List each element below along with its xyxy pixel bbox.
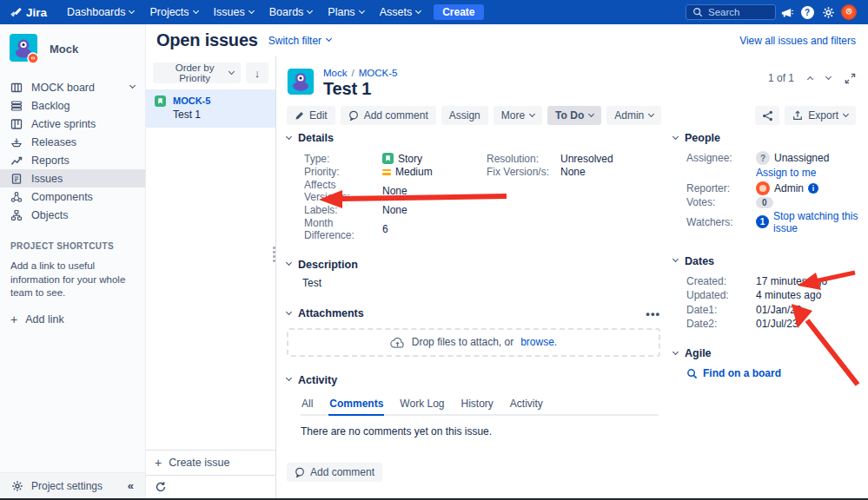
- create-issue-button[interactable]: + Create issue: [146, 450, 275, 475]
- sidebar-item-active-sprints[interactable]: Active sprints: [0, 115, 145, 133]
- status-dropdown[interactable]: To Do: [547, 106, 601, 125]
- created-value: 17 minutes ago: [756, 275, 827, 287]
- user-menu-button[interactable]: [838, 0, 859, 24]
- sidebar-item-reports[interactable]: Reports: [0, 151, 145, 169]
- field-reporter: Reporter: Admin i: [686, 181, 866, 195]
- search-icon: [692, 7, 703, 17]
- sidebar-item-components[interactable]: Components: [0, 188, 145, 206]
- collapse-section-icon[interactable]: [286, 308, 292, 314]
- project-shortcuts: PROJECT SHORTCUTS Add a link to useful i…: [0, 224, 145, 326]
- avatar-face-icon: [844, 7, 854, 17]
- search-input[interactable]: [708, 7, 769, 17]
- info-icon[interactable]: i: [808, 183, 818, 194]
- issue-main-column: Details Type: Story Priority: Medium Aff…: [287, 132, 660, 482]
- collapse-section-icon[interactable]: [286, 375, 292, 381]
- sidebar-item-releases[interactable]: Releases: [0, 133, 145, 151]
- sidebar-item-board[interactable]: MOCK board: [0, 78, 145, 96]
- nav-dashboards[interactable]: Dashboards: [59, 0, 142, 24]
- stop-watching-link[interactable]: Stop watching this issue: [773, 210, 866, 234]
- announcements-button[interactable]: [776, 0, 797, 24]
- chevron-down-icon: [359, 7, 365, 13]
- tab-work-log[interactable]: Work Log: [399, 396, 445, 414]
- order-by-dropdown[interactable]: Order by Priority: [153, 62, 241, 83]
- collapse-section-icon[interactable]: [286, 260, 292, 266]
- sidebar-item-issues[interactable]: Issues: [0, 169, 145, 188]
- help-button[interactable]: ?: [797, 0, 818, 24]
- switch-filter-button[interactable]: Switch filter: [268, 35, 331, 47]
- refresh-button[interactable]: [146, 475, 275, 498]
- help-icon: ?: [801, 6, 814, 19]
- affects-version-value: None: [382, 185, 407, 197]
- date2-value: 01/Jul/23: [756, 318, 798, 330]
- assign-to-me-link[interactable]: Assign to me: [756, 167, 816, 179]
- description-text[interactable]: Test: [302, 277, 660, 289]
- sort-direction-button[interactable]: ↓: [246, 62, 268, 83]
- add-comment-button[interactable]: Add comment: [341, 106, 436, 125]
- top-nav: Jira Dashboards Projects Issues Boards P…: [0, 0, 868, 24]
- backlog-icon: [10, 100, 23, 112]
- tab-history[interactable]: History: [461, 396, 494, 414]
- nav-assets[interactable]: Assets: [372, 0, 429, 24]
- issue-list-item[interactable]: MOCK-5 Test 1: [146, 89, 275, 128]
- tab-all[interactable]: All: [301, 396, 314, 414]
- next-issue-button[interactable]: [825, 73, 832, 79]
- chevron-down-icon: [129, 7, 135, 13]
- field-votes: Votes: 0: [686, 195, 866, 209]
- create-button[interactable]: Create: [434, 4, 483, 20]
- collapse-section-icon[interactable]: [673, 348, 679, 354]
- nav-projects[interactable]: Projects: [142, 0, 205, 24]
- chevron-down-icon[interactable]: [129, 82, 136, 89]
- more-menu-button[interactable]: More: [494, 106, 542, 125]
- breadcrumb-issue-link[interactable]: MOCK-5: [359, 68, 398, 78]
- attachments-more-icon[interactable]: •••: [646, 307, 660, 320]
- gear-icon: [11, 480, 23, 492]
- chevron-down-icon: [648, 110, 654, 116]
- collapse-section-icon[interactable]: [286, 133, 292, 139]
- tab-activity[interactable]: Activity: [509, 396, 544, 414]
- order-bar: Order by Priority ↓: [146, 56, 275, 89]
- nav-boards[interactable]: Boards: [262, 0, 321, 24]
- share-button[interactable]: [755, 106, 779, 125]
- add-comment-footer-button[interactable]: Add comment: [287, 463, 382, 482]
- previous-issue-button[interactable]: [807, 76, 813, 82]
- issues-icon: [10, 173, 23, 185]
- sidebar-item-backlog[interactable]: Backlog: [0, 96, 145, 115]
- project-header[interactable]: Mock: [0, 24, 145, 73]
- plus-icon: +: [10, 313, 17, 326]
- field-created: Created: 17 minutes ago: [686, 274, 866, 288]
- settings-button[interactable]: [818, 0, 838, 24]
- panel-resize-handle[interactable]: [273, 247, 275, 262]
- attachment-dropzone[interactable]: Drop files to attach, or browse.: [287, 328, 660, 357]
- pager-count: 1 of 1: [768, 72, 794, 84]
- expand-icon[interactable]: [845, 73, 856, 84]
- refresh-icon: [155, 481, 167, 493]
- search-icon: [686, 368, 698, 379]
- collapse-section-icon[interactable]: [673, 133, 679, 139]
- assign-button[interactable]: Assign: [441, 106, 488, 125]
- nav-plans[interactable]: Plans: [320, 0, 371, 24]
- collapse-section-icon[interactable]: [673, 256, 679, 262]
- project-settings-label: Project settings: [31, 480, 103, 492]
- project-settings-button[interactable]: Project settings «: [0, 472, 145, 498]
- find-on-board-link[interactable]: Find on a board: [686, 367, 866, 379]
- tab-comments[interactable]: Comments: [328, 396, 384, 416]
- shortcuts-description: Add a link to useful information for you…: [10, 260, 135, 300]
- votes-badge[interactable]: 0: [756, 197, 773, 208]
- jira-logo[interactable]: Jira: [9, 6, 47, 19]
- edit-button[interactable]: Edit: [287, 106, 335, 125]
- activity-section-heading: Activity: [287, 374, 660, 386]
- issue-side-column: People Assignee: ? Unassigned Assign to …: [673, 132, 866, 379]
- browse-link[interactable]: browse.: [520, 336, 557, 348]
- nav-issues[interactable]: Issues: [206, 0, 262, 24]
- add-link-button[interactable]: + Add link: [10, 313, 135, 326]
- page-title: Open issues: [156, 30, 258, 50]
- sidebar-item-objects[interactable]: Objects: [0, 206, 145, 224]
- watchers-badge[interactable]: 1: [756, 215, 769, 228]
- admin-menu-button[interactable]: Admin: [606, 106, 661, 125]
- dropzone-text: Drop files to attach, or: [412, 336, 514, 348]
- global-search[interactable]: [686, 4, 776, 20]
- export-button[interactable]: Export: [785, 106, 856, 125]
- collapse-sidebar-icon[interactable]: «: [128, 479, 134, 492]
- view-all-issues-link[interactable]: View all issues and filters: [739, 35, 856, 47]
- breadcrumb-project-link[interactable]: Mock: [323, 68, 347, 78]
